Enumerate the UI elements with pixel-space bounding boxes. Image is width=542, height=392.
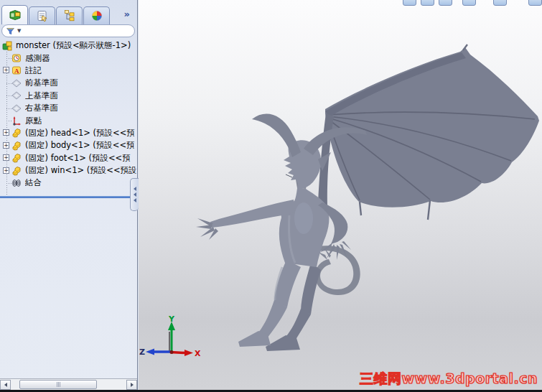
tree-item-origin[interactable]: 原點 <box>0 114 136 126</box>
z-axis-label: Z <box>139 347 145 357</box>
tree-branch-stub <box>6 83 11 84</box>
scroll-right-button[interactable] <box>126 380 137 390</box>
tree-item-head[interactable]: +(固定) head<1> (預設<<預 <box>0 127 136 139</box>
tree-item-monster-root[interactable]: monster (預設<顯示狀態-1>) <box>0 39 136 52</box>
tree-branch-stub <box>6 183 11 184</box>
featuremanager-icon <box>9 9 22 22</box>
part-icon <box>11 141 22 151</box>
x-axis-label: X <box>195 349 201 358</box>
tree-item-label[interactable]: 感測器 <box>25 53 50 64</box>
tree-gutter <box>0 52 11 64</box>
tree-branch-stub <box>6 58 11 59</box>
tree-item-label[interactable]: (固定) head<1> (預設<<預 <box>25 128 135 139</box>
tree-expander-gutter: + <box>0 139 11 151</box>
tree-item-annotations[interactable]: +A註記 <box>0 65 136 77</box>
configurationmanager-icon <box>63 9 76 22</box>
expand-plus-icon[interactable]: + <box>3 67 9 73</box>
mates-icon <box>11 178 22 188</box>
expand-plus-icon[interactable]: + <box>3 167 9 174</box>
expand-plus-icon[interactable]: + <box>3 129 9 136</box>
tree-horizontal-scrollbar[interactable] <box>0 378 137 390</box>
z-axis-arrow <box>146 349 154 355</box>
tree-expander-gutter: + <box>0 164 11 177</box>
annotations-icon: A <box>11 65 22 75</box>
splitter-collapse-handle[interactable] <box>130 178 139 211</box>
y-axis-label: Y <box>168 316 175 324</box>
tree-branch-stub <box>6 95 11 96</box>
tree-item-win[interactable]: +(固定) win<1> (預設<<預設 <box>0 164 136 177</box>
tree-item-top-plane[interactable]: 上基準面 <box>0 90 136 102</box>
tree-item-label[interactable]: (固定) foot<1> (預設<<預 <box>25 153 131 164</box>
feature-tree: monster (預設<顯示狀態-1>)感測器+A註記前基準面上基準面右基準面原… <box>0 39 136 196</box>
tree-gutter <box>0 114 11 126</box>
tree-expander-gutter: + <box>0 127 11 139</box>
plane-icon <box>11 90 22 101</box>
tree-gutter <box>0 39 2 52</box>
tree-gutter <box>0 90 11 102</box>
tree-branch-stub <box>6 121 11 121</box>
part-icon <box>11 153 22 163</box>
scroll-left-button[interactable] <box>0 380 11 390</box>
tree-filter-bar[interactable]: ▼ <box>1 24 135 37</box>
expand-plus-icon[interactable]: + <box>3 142 9 149</box>
tab-propertymanager[interactable] <box>29 6 55 24</box>
collapse-arrow-icon <box>134 187 136 191</box>
tree-item-label[interactable]: (固定) win<1> (預設<<預設 <box>25 165 136 176</box>
part-icon <box>11 166 22 176</box>
scrollbar-thumb[interactable] <box>19 380 97 389</box>
featuremanager-panel: » ▼ monster (預設<顯示狀態-1>)感測器+A註記前基準面上基準面右… <box>0 0 138 390</box>
tab-configurationmanager[interactable] <box>56 6 83 24</box>
reference-triad: Y Z X <box>139 316 210 366</box>
filter-dropdown-caret[interactable]: ▼ <box>17 28 21 34</box>
tab-featuremanager[interactable] <box>1 5 28 24</box>
scroll-right-icon <box>131 383 134 387</box>
tree-item-front-plane[interactable]: 前基準面 <box>0 77 136 89</box>
svg-text:A: A <box>14 67 19 75</box>
x-axis-arrow <box>184 350 193 356</box>
plane-icon <box>11 78 22 88</box>
assembly-icon <box>2 41 13 51</box>
tree-item-label[interactable]: 前基準面 <box>25 78 58 88</box>
sensors-icon <box>11 53 22 63</box>
scroll-left-icon <box>4 383 7 387</box>
panel-overflow-chevron[interactable]: » <box>124 9 130 19</box>
graphics-viewport[interactable]: Y Z X 三维网www.3dportal.cn <box>139 0 542 390</box>
tree-item-label[interactable]: 原點 <box>25 116 42 126</box>
tree-item-label[interactable]: 右基準面 <box>25 103 58 113</box>
tree-item-mates[interactable]: 結合 <box>0 177 136 189</box>
tree-item-label[interactable]: 上基準面 <box>25 90 58 101</box>
filter-funnel-icon <box>6 27 15 36</box>
tab-displaymanager[interactable] <box>83 6 110 24</box>
tree-item-right-plane[interactable]: 右基準面 <box>0 102 136 114</box>
tree-item-body[interactable]: +(固定) body<1> (預設<<預 <box>0 139 136 151</box>
tree-expander-gutter: + <box>0 152 11 164</box>
watermark-text: 三维网www.3dportal.cn <box>360 370 538 388</box>
scrollbar-track[interactable] <box>11 380 85 390</box>
collapse-arrow-icon <box>134 198 136 202</box>
tree-item-label[interactable]: (固定) body<1> (預設<<預 <box>25 140 135 151</box>
tree-item-label[interactable]: 註記 <box>25 65 42 76</box>
part-icon <box>11 128 22 138</box>
tree-item-label[interactable]: 結合 <box>25 177 42 188</box>
tree-gutter <box>0 77 11 89</box>
propertymanager-icon <box>36 9 49 22</box>
tree-item-sensors[interactable]: 感測器 <box>0 52 136 64</box>
tree-branch-stub <box>6 108 11 109</box>
tree-expander-gutter: + <box>0 65 11 77</box>
expand-plus-icon[interactable]: + <box>3 154 9 161</box>
tree-splitter-bar[interactable] <box>0 196 137 198</box>
plane-icon <box>11 103 22 113</box>
panel-tabbar <box>1 6 110 24</box>
tree-item-label[interactable]: monster (預設<顯示狀態-1>) <box>16 40 131 51</box>
tree-gutter <box>0 102 11 114</box>
collapse-arrow-icon <box>134 192 136 197</box>
tree-item-foot[interactable]: +(固定) foot<1> (預設<<預 <box>0 152 136 164</box>
displaymanager-icon <box>90 9 103 22</box>
origin-icon <box>11 116 22 126</box>
tree-gutter <box>0 177 11 189</box>
